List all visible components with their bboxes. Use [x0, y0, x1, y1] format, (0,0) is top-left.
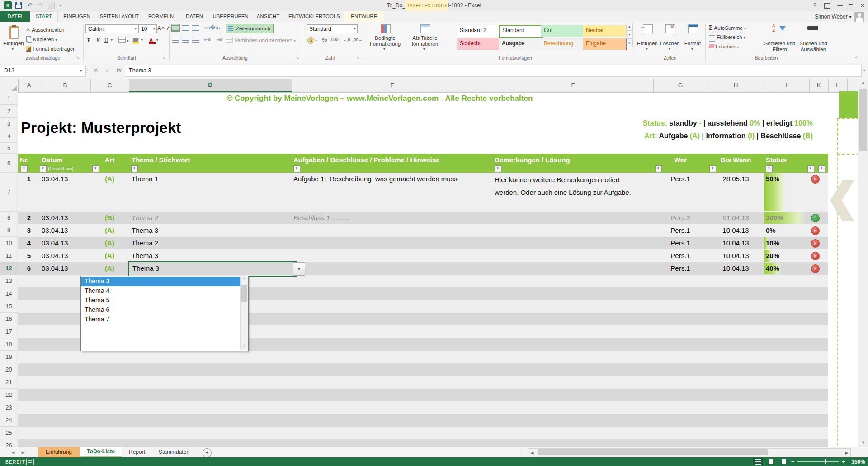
validation-dropdown-button[interactable]: ▼: [293, 262, 305, 276]
cell-bis[interactable]: 10.04.13: [708, 262, 764, 275]
gallery-down-button[interactable]: ▼: [626, 31, 633, 39]
cell-wer[interactable]: Pers.1: [653, 262, 708, 275]
row-header-23[interactable]: 23: [0, 401, 18, 414]
cell-bis[interactable]: 28.05.13: [708, 173, 764, 185]
cell-datum[interactable]: 03.04.13: [42, 173, 68, 185]
cancel-entry-icon[interactable]: ✕: [90, 66, 101, 75]
currency-button[interactable]: $ ▾: [307, 35, 317, 44]
close-button[interactable]: ✕: [858, 1, 867, 10]
cell-bis[interactable]: 10.04.13: [708, 224, 764, 237]
cell-status[interactable]: 100%: [766, 212, 783, 224]
row-header-12[interactable]: 12: [0, 262, 19, 275]
scroll-thumb[interactable]: [538, 449, 768, 455]
col-header-D[interactable]: D: [129, 79, 292, 92]
align-middle-icon[interactable]: [182, 24, 189, 31]
cell-thema[interactable]: Thema 2: [132, 237, 158, 249]
decrease-indent-icon[interactable]: ⇤≡: [204, 35, 211, 44]
minimize-button[interactable]: —: [835, 1, 844, 10]
font-family-select[interactable]: Calibri▾: [85, 24, 138, 33]
status-cross-icon[interactable]: ✕: [811, 226, 820, 235]
tab-entwurf[interactable]: ENTWURF: [344, 11, 384, 22]
col-header-B[interactable]: B: [40, 79, 91, 92]
row-header-18[interactable]: 18: [0, 338, 18, 351]
cell-bis[interactable]: 01.04.13: [708, 212, 764, 224]
confirm-entry-icon[interactable]: ✓: [102, 66, 113, 75]
redo-button[interactable]: ↷: [36, 1, 45, 9]
scroll-up-icon[interactable]: ⌃: [241, 276, 248, 284]
cell-bemerkung[interactable]: Hier können weitere Bemerkungen notiert …: [495, 174, 632, 199]
status-cross-icon[interactable]: ✕: [811, 252, 820, 260]
cell-art[interactable]: (A): [90, 262, 129, 275]
align-center-icon[interactable]: [182, 37, 189, 43]
font-size-select[interactable]: 10▾: [138, 24, 157, 33]
restore-button[interactable]: [846, 1, 855, 10]
bold-button[interactable]: F: [87, 36, 90, 45]
dropdown-item[interactable]: Thema 7: [81, 315, 243, 324]
filter-button-status[interactable]: [766, 165, 773, 172]
cell-datum[interactable]: 03.04.13: [42, 262, 68, 275]
cell-wer[interactable]: Pers.1: [653, 173, 708, 185]
row-header-7[interactable]: 7: [0, 173, 18, 212]
scroll-left-icon[interactable]: ◀: [530, 451, 534, 455]
filter-button-bemerkungen[interactable]: [495, 165, 501, 172]
sheet-nav-left-icon[interactable]: ◀: [10, 450, 16, 455]
scroll-down-icon[interactable]: ⌄: [241, 342, 248, 350]
dropdown-item[interactable]: Thema 6: [81, 305, 243, 315]
cell-art[interactable]: (A): [90, 237, 129, 249]
cell-nr[interactable]: 1: [18, 173, 40, 185]
filter-button-aufgaben[interactable]: [293, 165, 300, 172]
expand-formula-bar-button[interactable]: ▾: [859, 66, 868, 75]
zoom-slider-thumb[interactable]: [825, 459, 826, 464]
col-header-H[interactable]: H: [708, 79, 764, 92]
cell-thema[interactable]: Thema 3: [132, 249, 158, 262]
cell-nr[interactable]: 3: [18, 224, 40, 237]
qat-customize-button[interactable]: ▾: [57, 1, 63, 9]
undo-button[interactable]: ↶: [25, 1, 34, 9]
name-box[interactable]: D12▾: [0, 65, 86, 77]
cell-wer[interactable]: Pers.1: [653, 237, 708, 249]
status-cross-icon[interactable]: ✕: [811, 264, 820, 273]
tab-ansicht[interactable]: ANSICHT: [251, 11, 285, 22]
clipboard-dialog-launcher[interactable]: ↘: [75, 55, 80, 61]
cell-datum[interactable]: 03.04.13: [42, 249, 68, 262]
align-top-icon[interactable]: [172, 24, 179, 31]
row-header-19[interactable]: 19: [0, 351, 18, 363]
underline-dropdown[interactable]: ▾: [111, 36, 113, 45]
normal-view-icon[interactable]: [753, 458, 763, 465]
row-header-10[interactable]: 10: [0, 237, 18, 249]
italic-button[interactable]: K: [96, 36, 100, 45]
orientation-button[interactable]: ab�ū▾: [204, 23, 220, 32]
row-header-20[interactable]: 20: [0, 363, 18, 376]
sheet-tab-stammdaten[interactable]: Stammdaten: [152, 447, 196, 457]
cell-art[interactable]: (A): [90, 173, 129, 185]
save-icon[interactable]: [15, 2, 22, 9]
align-bottom-icon[interactable]: [192, 24, 199, 31]
filter-button-bis-wann[interactable]: [709, 165, 716, 172]
cell-bis[interactable]: 10.04.13: [708, 237, 764, 249]
new-sheet-button[interactable]: +: [203, 448, 212, 457]
row-header-4[interactable]: 4: [0, 130, 18, 143]
tab-daten[interactable]: DATEN: [179, 11, 210, 22]
zoom-slider[interactable]: [797, 461, 839, 462]
filter-button-art[interactable]: [92, 165, 99, 172]
tab-ueberpruefen[interactable]: ÜBERPRÜFEN: [210, 11, 251, 22]
gallery-more-button[interactable]: ⩛: [626, 39, 633, 47]
filter-button-extra[interactable]: [818, 165, 825, 172]
row-header-14[interactable]: 14: [0, 287, 18, 300]
merge-center-button[interactable]: Verbinden und zentrieren ▾: [226, 36, 296, 45]
help-button[interactable]: ?: [810, 1, 819, 10]
increase-indent-icon[interactable]: ⇥≡: [216, 35, 222, 44]
cell-wer[interactable]: Pers.1: [653, 249, 708, 262]
cell-thema[interactable]: Thema 2: [132, 212, 158, 224]
sort-filter-button[interactable]: AZ Sortieren und Filtern: [764, 24, 796, 55]
cell-nr[interactable]: 6: [18, 262, 40, 275]
user-name[interactable]: Simon Weber ▾: [815, 12, 852, 21]
style-ausgabe[interactable]: Ausgabe: [499, 38, 542, 50]
fill-color-button[interactable]: ▾: [133, 36, 141, 45]
percent-style-button[interactable]: %: [322, 35, 327, 44]
format-painter-button[interactable]: Format übertragen: [26, 44, 75, 53]
tab-datei[interactable]: DATEI: [0, 11, 30, 22]
zoom-level[interactable]: 150%: [850, 459, 865, 465]
format-as-table-button[interactable]: Als Tabelle formatieren ▾: [407, 24, 443, 55]
insert-function-icon[interactable]: fx: [113, 66, 124, 75]
